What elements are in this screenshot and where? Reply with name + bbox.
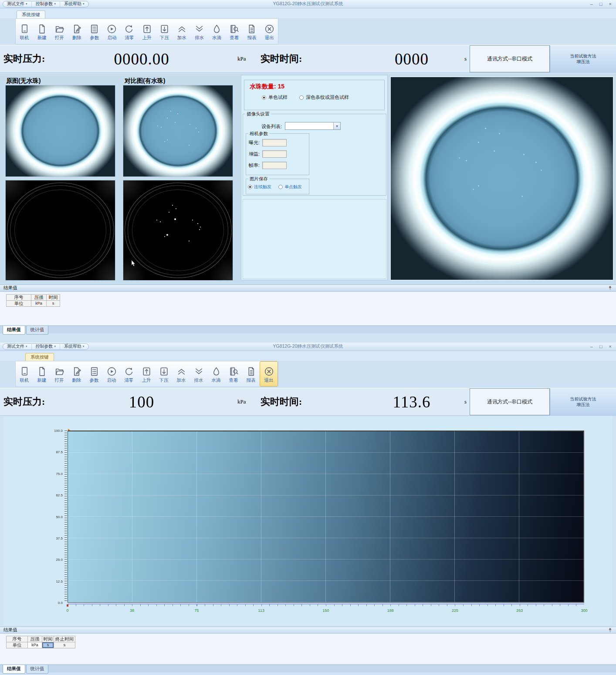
menu-control-params[interactable]: 控制参数 — [32, 1, 61, 7]
toolbar-button-exit[interactable]: 退出 — [260, 361, 278, 387]
maximize-button[interactable]: □ — [599, 343, 602, 350]
toolbar-button-rise[interactable]: 上升 — [138, 361, 155, 387]
tab-statistic-values[interactable]: 统计值 — [26, 665, 49, 674]
toolbar-button-drain-water[interactable]: 排水 — [190, 19, 208, 44]
menu-test-file[interactable]: 测试文件 — [3, 343, 32, 349]
unit-cell-selected[interactable]: s — [42, 642, 54, 648]
toolbar-button-parameters[interactable]: 参数 — [85, 361, 103, 387]
y-axis-labels: 100.0 87.5 75.0 62.5 50.0 37.5 25.0 12.5… — [44, 431, 63, 603]
test-method-button[interactable]: 当前试验方法 增压法 — [550, 45, 616, 72]
time-unit: s — [464, 398, 467, 405]
radio-monochrome-sample[interactable]: 单色试样 — [262, 94, 288, 101]
device-list-combobox[interactable] — [285, 122, 341, 130]
toolbar-label: 删除 — [72, 377, 81, 383]
reset-arrow-icon — [124, 24, 135, 34]
menu-system-help[interactable]: 系统帮助 — [60, 343, 88, 349]
toolbar-button-connect[interactable]: 联机 — [16, 19, 33, 44]
menu-control-params[interactable]: 控制参数 — [32, 343, 61, 349]
results-panel-title: 结果值 — [3, 627, 17, 633]
col-index: 序号 — [6, 294, 31, 301]
toolbar-button-press-down[interactable]: 下压 — [156, 19, 173, 44]
ribbon-strip: 系统按键 — [0, 9, 616, 18]
comm-mode-button[interactable]: 通讯方式--串口模式 — [470, 388, 550, 415]
toolbar-button-new[interactable]: 新建 — [33, 19, 51, 44]
menu-label: 系统帮助 — [64, 1, 81, 7]
toolbar-button-view[interactable]: 查看 — [225, 361, 242, 387]
monitor-icon — [19, 366, 30, 377]
app-root: 测试文件 控制参数 系统帮助 YG812G-20静水压测试仪测试系统 – □ ×… — [0, 0, 616, 675]
toolbar-label: 报表 — [247, 377, 256, 383]
x-tick: 38 — [130, 608, 134, 613]
toolbar-label: 查看 — [229, 377, 238, 383]
close-circle-icon — [264, 24, 275, 34]
method-line2: 增压法 — [577, 402, 590, 407]
toolbar-button-delete[interactable]: 删除 — [68, 361, 85, 387]
pin-icon[interactable] — [608, 285, 613, 291]
toolbar-label: 新建 — [37, 35, 47, 40]
toolbar-button-report[interactable]: 报表 — [243, 19, 261, 44]
y-tick: 12.5 — [56, 579, 63, 583]
toolbar-button-reset-zero[interactable]: 清零 — [120, 361, 138, 387]
toolbar-button-reset-zero[interactable]: 清零 — [121, 19, 138, 44]
minimize-button[interactable]: – — [590, 1, 593, 7]
toolbar-button-water-drop[interactable]: 水滴 — [208, 19, 226, 44]
toolbar-button-view[interactable]: 查看 — [226, 19, 243, 44]
x-tick: 75 — [194, 608, 199, 613]
comm-mode-button[interactable]: 通讯方式--串口模式 — [470, 45, 550, 72]
toolbar-button-exit[interactable]: 退出 — [261, 19, 278, 44]
pin-icon[interactable] — [608, 628, 613, 633]
exposure-input[interactable] — [262, 139, 287, 146]
tab-system-keys[interactable]: 系统按键 — [17, 10, 45, 19]
tab-statistic-values[interactable]: 统计值 — [26, 326, 49, 335]
menu-test-file[interactable]: 测试文件 — [3, 1, 32, 7]
gain-input[interactable] — [262, 150, 287, 158]
delete-page-icon — [71, 24, 82, 34]
arrow-down-box-icon — [159, 366, 169, 377]
framerate-input[interactable] — [262, 162, 287, 169]
toolbar-button-new[interactable]: 新建 — [33, 361, 51, 387]
toolbar-button-connect[interactable]: 联机 — [16, 361, 33, 387]
ribbon-strip: 系统按键 — [0, 351, 616, 361]
toolbar-button-delete[interactable]: 删除 — [68, 19, 85, 44]
toolbar-button-report[interactable]: 报表 — [242, 361, 260, 387]
toolbar-label: 退出 — [265, 35, 274, 40]
x-axis-origin-marker — [67, 604, 68, 607]
tab-result-values[interactable]: 结果值 — [3, 665, 25, 674]
toolbar-button-rise[interactable]: 上升 — [138, 19, 156, 44]
toolbar-label: 启动 — [107, 377, 116, 383]
toolbar-button-add-water[interactable]: 加水 — [173, 361, 190, 387]
radio-single-trigger[interactable]: 单点触发 — [278, 184, 302, 190]
empty-panel — [243, 199, 386, 279]
toolbar-button-add-water[interactable]: 加水 — [173, 19, 190, 44]
close-button[interactable]: × — [609, 343, 612, 350]
toolbar-button-drain-water[interactable]: 排水 — [190, 361, 207, 387]
radio-continuous-trigger[interactable]: 连续触发 — [248, 184, 271, 190]
close-button[interactable]: × — [609, 1, 612, 7]
minimize-button[interactable]: – — [590, 343, 593, 350]
radio-dark-striped-sample[interactable]: 深色条纹或混色试样 — [299, 94, 349, 101]
results-table-area: 序号 压强 时间 单位 kPa s — [0, 292, 616, 325]
tab-result-values[interactable]: 结果值 — [3, 326, 25, 335]
chevron-down-icon[interactable] — [333, 122, 340, 129]
pressure-unit: kPa — [237, 398, 246, 405]
device-list-label: 设备列表: — [261, 123, 282, 130]
toolbar-button-open[interactable]: 打开 — [51, 19, 68, 44]
menu-system-help[interactable]: 系统帮助 — [60, 1, 88, 7]
test-method-button[interactable]: 当前试验方法 增压法 — [550, 388, 616, 415]
toolbar-button-press-down[interactable]: 下压 — [155, 361, 173, 387]
toolbar-button-open[interactable]: 打开 — [51, 361, 68, 387]
toolbar-button-water-drop[interactable]: 水滴 — [207, 361, 225, 387]
toolbar-button-start[interactable]: 启动 — [103, 361, 120, 387]
unit-cell: kPa — [31, 300, 47, 307]
x-axis-ticks — [68, 604, 584, 606]
tab-system-keys[interactable]: 系统按键 — [25, 353, 54, 362]
droplet-count-group: 水珠数量: 15 单色试样 深色条纹或混色试样 — [244, 80, 385, 110]
original-image — [6, 85, 115, 176]
col-time: 时间 — [42, 636, 54, 642]
maximize-button[interactable]: □ — [599, 1, 602, 7]
double-chevron-up-icon — [176, 24, 187, 34]
new-file-icon — [37, 366, 47, 377]
toolbar-button-start[interactable]: 启动 — [103, 19, 121, 44]
pressure-value: 100 — [70, 393, 213, 411]
toolbar-button-parameters[interactable]: 参数 — [86, 19, 103, 44]
